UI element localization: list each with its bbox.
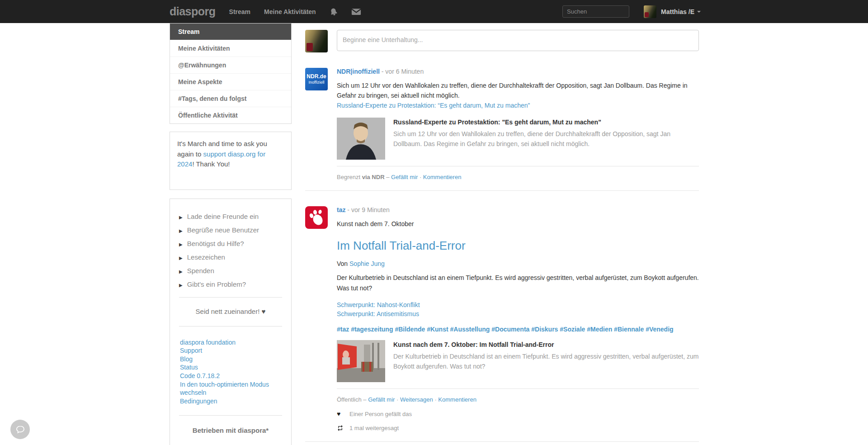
messages-mail-icon[interactable] bbox=[351, 7, 361, 17]
comment-button[interactable]: Kommentieren bbox=[423, 174, 462, 180]
list-link[interactable]: diaspora foundation bbox=[180, 338, 281, 347]
topic-links: Schwerpunkt: Nahost-Konflikt Schwerpunkt… bbox=[337, 300, 699, 319]
list-link[interactable]: #Bildende bbox=[395, 326, 425, 333]
left-sidebar: Stream Meine Aktivitäten @Erwähnungen Me… bbox=[170, 23, 292, 445]
donate-link[interactable]: Spenden bbox=[187, 267, 214, 275]
stream-nav-box: Stream Meine Aktivitäten @Erwähnungen Me… bbox=[170, 23, 292, 124]
chat-launcher-button[interactable] bbox=[10, 420, 30, 439]
link-preview-image bbox=[337, 340, 385, 382]
notifications-bell-icon[interactable] bbox=[329, 7, 339, 17]
comment-button[interactable]: Kommentieren bbox=[438, 396, 476, 403]
topic-link-nahost[interactable]: Schwerpunkt: Nahost-Konflikt bbox=[337, 300, 699, 309]
ndr-avatar[interactable]: NDR.de Inoffiziell bbox=[305, 68, 328, 90]
list-link[interactable]: #taz bbox=[337, 326, 349, 333]
kindness-note: Seid nett zueinander! ♥ bbox=[177, 307, 284, 317]
sidebar-item-followed-tags[interactable]: #Tags, denen du folgst bbox=[170, 90, 291, 107]
info-links-box: ▶Lade deine Freunde ein ▶Begrüße neue Be… bbox=[170, 199, 292, 445]
visibility-label: Öffentlich bbox=[337, 396, 362, 403]
bookmarks-link[interactable]: Lesezeichen bbox=[187, 253, 225, 261]
divider bbox=[179, 297, 282, 298]
list-link[interactable]: #Documenta bbox=[491, 326, 529, 333]
triangle-bullet-icon: ▶ bbox=[179, 228, 183, 233]
list-link[interactable]: #Venedig bbox=[646, 326, 673, 333]
post-footer: Öffentlich – Gefällt mir · Weitersagen ·… bbox=[337, 396, 699, 403]
topic-link-antisemitismus[interactable]: Schwerpunkt: Antisemitismus bbox=[337, 309, 699, 318]
list-link[interactable]: Support bbox=[180, 346, 281, 355]
list-link[interactable]: #Ausstellung bbox=[450, 326, 490, 333]
post-ndr: NDR.de Inoffiziell NDR|inoffiziell - vor… bbox=[305, 68, 699, 180]
list-link[interactable]: #Soziale bbox=[560, 326, 585, 333]
list-item: ▶Gibt's ein Problem? bbox=[177, 280, 284, 288]
reshare-icon bbox=[337, 425, 344, 431]
list-item: ▶Begrüße neue Benutzer bbox=[177, 226, 284, 234]
brand-logo[interactable]: diasporg bbox=[170, 5, 216, 18]
triangle-bullet-icon: ▶ bbox=[179, 242, 183, 247]
user-menu[interactable]: Matthias /E bbox=[661, 8, 694, 15]
divider bbox=[179, 326, 282, 327]
list-link[interactable]: In den touch-optimierten Modus wechseln bbox=[180, 380, 281, 397]
post-timestamp[interactable]: - vor 6 Minuten bbox=[382, 68, 424, 75]
search-input[interactable] bbox=[562, 5, 629, 18]
invite-friends-link[interactable]: Lade deine Freunde ein bbox=[187, 213, 259, 220]
list-item: ▶Lesezeichen bbox=[177, 253, 284, 261]
sidebar-item-stream[interactable]: Stream bbox=[170, 24, 291, 40]
nav-activity-link[interactable]: Meine Aktivitäten bbox=[264, 8, 316, 15]
welcome-users-link[interactable]: Begrüße neue Benutzer bbox=[187, 226, 259, 234]
list-link[interactable]: #Medien bbox=[587, 326, 612, 333]
sidebar-item-mentions[interactable]: @Erwähnungen bbox=[170, 57, 291, 73]
list-link[interactable]: Bedingungen bbox=[180, 397, 281, 406]
reshares-count-text[interactable]: 1 mal weitergesagt bbox=[349, 425, 399, 431]
list-link[interactable]: Status bbox=[180, 363, 281, 372]
chat-bubble-icon bbox=[15, 425, 25, 435]
list-link[interactable]: Blog bbox=[180, 355, 281, 364]
problem-link[interactable]: Gibt's ein Problem? bbox=[187, 280, 246, 288]
publisher bbox=[305, 30, 699, 52]
publisher-avatar[interactable] bbox=[305, 30, 328, 52]
post-author[interactable]: taz bbox=[337, 206, 345, 213]
like-button[interactable]: Gefällt mir bbox=[391, 174, 418, 180]
user-avatar[interactable] bbox=[644, 5, 656, 18]
hashtag-list[interactable]: #taz #tageszeitung #Bildende #Kunst #Aus… bbox=[337, 326, 699, 333]
post-author[interactable]: NDR|inoffiziell bbox=[337, 68, 380, 75]
heart-icon: ♥ bbox=[337, 410, 344, 417]
new-post-input[interactable] bbox=[337, 30, 699, 51]
list-link[interactable]: Code 0.7.18.2 bbox=[180, 372, 281, 380]
link-preview-card[interactable]: Russland-Experte zu Protestaktion: "Es g… bbox=[337, 118, 699, 166]
sidebar-item-aspects[interactable]: Meine Aspekte bbox=[170, 73, 291, 90]
triangle-bullet-icon: ▶ bbox=[179, 269, 183, 274]
divider bbox=[305, 190, 699, 191]
heart-icon: ♥ bbox=[262, 308, 266, 315]
triangle-bullet-icon: ▶ bbox=[179, 283, 183, 288]
reshare-button[interactable]: Weitersagen bbox=[400, 396, 433, 403]
link-preview-card[interactable]: Kunst nach dem 7. Oktober: Im Notfall Tr… bbox=[337, 340, 699, 389]
nav-stream-link[interactable]: Stream bbox=[229, 8, 250, 15]
article-link[interactable]: Russland-Experte zu Protestaktion: “Es g… bbox=[337, 102, 530, 109]
list-link[interactable]: #tageszeitung bbox=[351, 326, 393, 333]
link-preview-image bbox=[337, 118, 385, 160]
article-heading-link[interactable]: Im Notfall Trial-and-Error bbox=[337, 239, 699, 253]
link-preview-title: Russland-Experte zu Protestaktion: "Es g… bbox=[393, 118, 699, 127]
list-link[interactable]: #Kunst bbox=[427, 326, 448, 333]
like-button[interactable]: Gefällt mir bbox=[368, 396, 395, 403]
need-help-link[interactable]: Benötigst du Hilfe? bbox=[187, 240, 244, 247]
taz-avatar[interactable] bbox=[305, 206, 328, 229]
paw-icon bbox=[308, 209, 325, 226]
sidebar-footer-links: diaspora foundation Support Blog Status … bbox=[177, 336, 284, 407]
link-preview-title: Kunst nach dem 7. Oktober: Im Notfall Tr… bbox=[393, 340, 699, 349]
reshares-row: 1 mal weitergesagt bbox=[337, 425, 699, 431]
powered-by-label: Betrieben mit diaspora* bbox=[177, 425, 284, 444]
chevron-down-icon bbox=[697, 11, 701, 13]
visibility-label: Begrenzt bbox=[337, 174, 360, 180]
list-item: ▶Benötigst du Hilfe? bbox=[177, 240, 284, 247]
list-link[interactable]: #Biennale bbox=[614, 326, 644, 333]
byline-author-link[interactable]: Sophie Jung bbox=[349, 260, 385, 267]
post-timestamp[interactable]: - vor 9 Minuten bbox=[347, 206, 389, 213]
top-navbar: diasporg Stream Meine Aktivitäten Matthi… bbox=[0, 0, 868, 23]
sidebar-item-public-activity[interactable]: Öffentliche Aktivität bbox=[170, 107, 291, 123]
list-item: ▶Spenden bbox=[177, 267, 284, 275]
triangle-bullet-icon: ▶ bbox=[179, 215, 183, 220]
likes-count-text[interactable]: Einer Person gefällt das bbox=[349, 411, 412, 417]
post-footer: Begrenzt via NDR – Gefällt mir · Komment… bbox=[337, 174, 699, 180]
sidebar-item-activity[interactable]: Meine Aktivitäten bbox=[170, 40, 291, 57]
list-link[interactable]: #Diskurs bbox=[531, 326, 558, 333]
